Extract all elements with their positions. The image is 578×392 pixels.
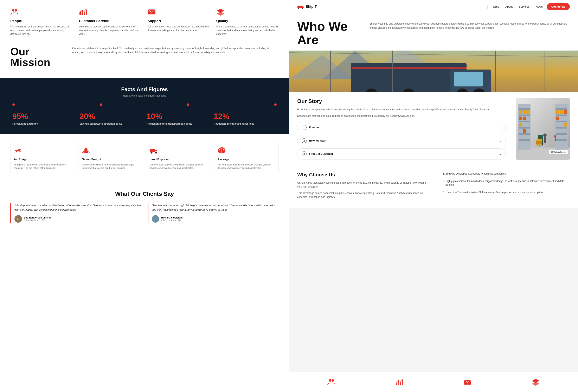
bottom-envelope-icon <box>463 378 472 386</box>
service-air-freight: Air Freight Airfreight is fast-moving, c… <box>10 142 75 174</box>
why-list-item-1: Software developed exclusively for logis… <box>445 172 570 175</box>
feature-support-title: Support <box>147 19 210 23</box>
why-list-item-2: Highly professional team with deep cargo… <box>445 179 570 187</box>
nav-news[interactable]: News <box>536 5 543 8</box>
svg-rect-47 <box>519 108 530 110</box>
truck-card-icon <box>150 146 207 155</box>
hero-text: Shipit invest time and expertise to full… <box>370 20 570 30</box>
story-title: Our Story <box>297 98 506 104</box>
svg-rect-91 <box>402 380 403 385</box>
envelope-icon <box>147 8 210 16</box>
service-package-text: Our non-asset based Land network provide… <box>218 163 275 170</box>
timeline-dot-1 <box>12 103 15 106</box>
svg-point-18 <box>298 8 299 9</box>
why-content: Why Choose Us Our unrivaled technology u… <box>297 172 429 202</box>
svg-marker-8 <box>217 11 224 16</box>
svg-rect-56 <box>519 117 522 120</box>
testimonial-1: "My shipment was picked up and delivered… <box>10 203 142 223</box>
accordion-how-we-start[interactable]: 2 How We Start ⌄ <box>297 135 506 146</box>
svg-rect-57 <box>523 117 526 120</box>
svg-rect-90 <box>400 382 401 385</box>
svg-rect-3 <box>82 11 83 15</box>
svg-rect-5 <box>86 9 87 15</box>
svg-rect-88 <box>396 383 397 385</box>
nav-home[interactable]: Home <box>492 5 499 8</box>
feature-customer-service: Customer Service We strive to provide su… <box>79 8 142 36</box>
author-1-role: CEO, GeoBoost LTD <box>24 219 51 221</box>
svg-rect-52 <box>519 139 530 141</box>
svg-point-0 <box>12 9 14 11</box>
accordion-first-big-customer[interactable]: 3 First Big Customer ⌄ <box>297 148 506 160</box>
feature-people: People We understand that our people imp… <box>10 8 73 36</box>
left-panel: People We understand that our people imp… <box>0 0 289 392</box>
testimonial-2-quote: "The fantastic team at Logi 128 freight … <box>152 203 279 212</box>
svg-rect-68 <box>560 110 563 114</box>
svg-rect-66 <box>556 139 567 141</box>
stat-savings: 20% Savings on network operation costs <box>77 112 144 126</box>
mission-text: Our mission statement is simplicity itse… <box>72 46 279 54</box>
svg-rect-37 <box>352 67 467 69</box>
service-ocean-title: Ocean Freight <box>82 158 139 161</box>
accordion-founder[interactable]: 1 Founder ⌄ <box>297 122 506 133</box>
svg-marker-94 <box>532 382 539 386</box>
svg-rect-54 <box>523 110 526 114</box>
svg-point-12 <box>151 152 152 154</box>
mission-section: Our Mission Our mission statement is sim… <box>10 46 279 68</box>
author-2-name: Howard Fidelstain <box>161 216 183 219</box>
hero-section: Who We Are Shipit invest time and expert… <box>289 13 578 50</box>
timeline-dot-4 <box>274 103 277 106</box>
timeline-dot-2 <box>100 103 102 106</box>
stat-rt-label: Reduction in total transportation costs <box>146 122 209 126</box>
nav-links: Home About Services News <box>492 5 543 8</box>
svg-rect-53 <box>519 110 522 114</box>
nav-about[interactable]: About <box>505 5 513 8</box>
accordion-label-3: First Big Customer <box>309 152 499 155</box>
svg-point-1 <box>15 9 17 11</box>
svg-rect-63 <box>556 121 567 122</box>
navbar: ShipIT Home About Services News Contact … <box>289 0 578 13</box>
svg-point-86 <box>329 379 331 382</box>
service-package-title: Package <box>218 158 275 161</box>
accordion-num-1: 1 <box>302 125 307 130</box>
stat-rt-number: 10% <box>146 112 209 121</box>
svg-rect-51 <box>519 133 530 135</box>
ship-icon <box>82 146 139 155</box>
service-ocean-freight: Ocean Freight Customized solutions for y… <box>78 142 143 174</box>
nav-services[interactable]: Services <box>519 5 530 8</box>
svg-point-19 <box>302 8 303 9</box>
svg-rect-4 <box>84 11 85 15</box>
svg-rect-48 <box>519 115 530 116</box>
stat-reduction-fleet: 12% Reduction in employed asset fleet <box>212 112 279 126</box>
bottom-layers-icon <box>531 378 540 386</box>
svg-rect-59 <box>523 129 526 133</box>
svg-rect-83 <box>555 137 556 141</box>
author-2-role: CEO, LimPack LTD <box>161 219 183 221</box>
svg-rect-75 <box>537 139 542 140</box>
accordion-chevron-2: ⌄ <box>499 139 501 142</box>
svg-rect-77 <box>539 145 539 149</box>
svg-rect-55 <box>526 110 530 114</box>
feature-quality: Quality We are committed to deliver outs… <box>216 8 279 36</box>
facts-timeline <box>10 103 279 106</box>
feature-quality-title: Quality <box>216 19 279 23</box>
testimonial-1-author: L Leo Renderson Linchin CEO, GeoBoost LT… <box>14 215 142 223</box>
svg-rect-61 <box>556 108 567 110</box>
service-land-text: Our non-asset based Land network provide… <box>150 163 207 170</box>
hero-title: Who We Are <box>297 20 363 46</box>
svg-point-87 <box>332 379 334 382</box>
plane-icon <box>14 146 71 155</box>
service-land-title: Land Express <box>150 158 207 161</box>
service-package: Package Our non-asset based Land network… <box>214 142 279 174</box>
feature-cs-title: Customer Service <box>79 19 142 23</box>
warehouse-image: 🖼 Made in Framer <box>516 98 570 160</box>
navbar-brand: ShipIT <box>305 4 317 9</box>
truck-image <box>289 50 578 92</box>
contact-button[interactable]: Contact us <box>547 3 570 10</box>
bottom-icons-row <box>289 372 578 392</box>
service-ocean-text: Customized solutions for your specific o… <box>82 163 139 170</box>
facts-title: Facts And Figures <box>10 86 279 93</box>
chart-icon <box>79 8 142 16</box>
svg-rect-71 <box>564 123 567 127</box>
facts-stats: 95% Forecasting accuracy 20% Savings on … <box>10 112 279 126</box>
svg-point-13 <box>155 152 157 154</box>
